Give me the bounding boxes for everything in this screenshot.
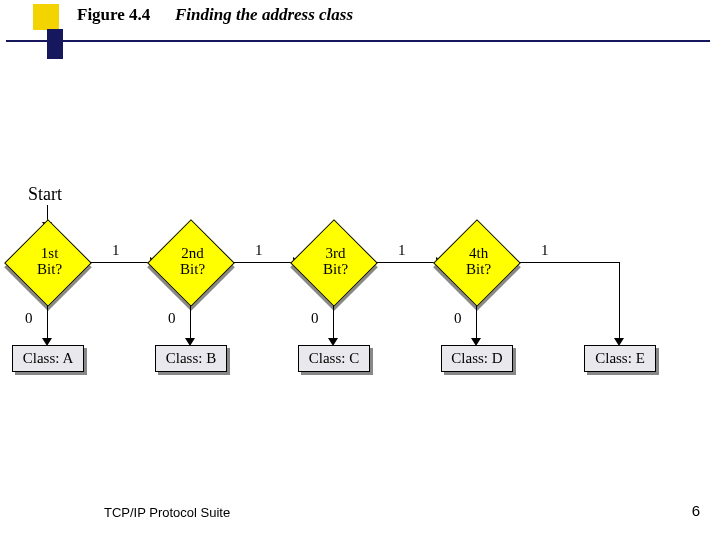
decision-bit-1-label: 1st Bit? (10, 246, 90, 277)
branch-down-2-label: 0 (168, 310, 176, 327)
branch-down-4-label: 0 (454, 310, 462, 327)
branch-down-1-line (47, 305, 48, 339)
start-label: Start (28, 184, 62, 205)
branch-right-4-down-line (619, 262, 620, 339)
branch-down-3-line (333, 305, 334, 339)
branch-right-3-label: 1 (398, 242, 406, 259)
decision-bit-1: 1st Bit? (4, 219, 92, 307)
decision-text-4: 4th Bit? (466, 245, 491, 277)
page-number: 6 (692, 502, 700, 519)
branch-right-1-label: 1 (112, 242, 120, 259)
branch-down-2-line (190, 305, 191, 339)
branch-right-4-label: 1 (541, 242, 549, 259)
result-class-a: Class: A (12, 345, 84, 372)
branch-down-4-line (476, 305, 477, 339)
branch-right-2-label: 1 (255, 242, 263, 259)
result-class-e: Class: E (584, 345, 656, 372)
decision-text-1: 1st Bit? (37, 245, 62, 277)
branch-down-1-label: 0 (25, 310, 33, 327)
branch-down-3-label: 0 (311, 310, 319, 327)
decision-bit-3: 3rd Bit? (290, 219, 378, 307)
result-class-c: Class: C (298, 345, 370, 372)
branch-right-4-line (519, 262, 619, 263)
result-class-d: Class: D (441, 345, 513, 372)
decision-bit-3-label: 3rd Bit? (296, 246, 376, 277)
decision-text-2: 2nd Bit? (180, 245, 205, 277)
flowchart: Start 1st Bit? 1 0 Class: A 2nd Bit? 1 0… (0, 0, 720, 540)
branch-right-1-line (90, 262, 152, 263)
decision-bit-4: 4th Bit? (433, 219, 521, 307)
result-class-b: Class: B (155, 345, 227, 372)
decision-text-3: 3rd Bit? (323, 245, 348, 277)
decision-bit-4-label: 4th Bit? (439, 246, 519, 277)
branch-right-3-line (376, 262, 438, 263)
branch-right-2-line (233, 262, 295, 263)
decision-bit-2-label: 2nd Bit? (153, 246, 233, 277)
footer-source: TCP/IP Protocol Suite (104, 505, 230, 520)
decision-bit-2: 2nd Bit? (147, 219, 235, 307)
